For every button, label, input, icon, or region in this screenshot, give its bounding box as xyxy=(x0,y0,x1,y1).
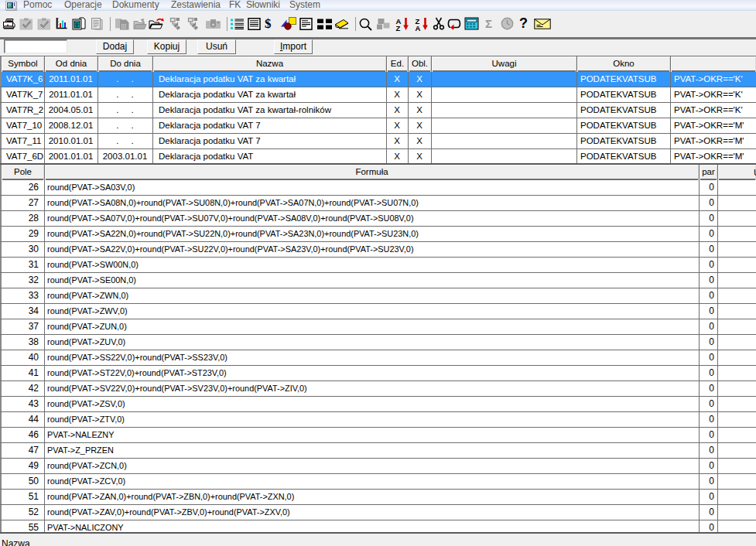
svg-text:A: A xyxy=(416,24,421,32)
svg-text:Z: Z xyxy=(396,24,401,32)
